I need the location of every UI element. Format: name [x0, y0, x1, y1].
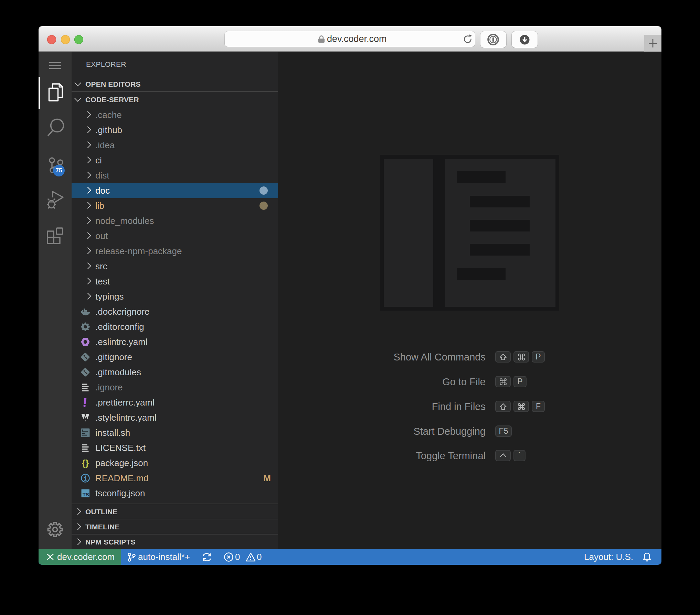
svg-text:TS: TS	[83, 492, 89, 497]
svg-text:{}: {}	[82, 458, 89, 468]
